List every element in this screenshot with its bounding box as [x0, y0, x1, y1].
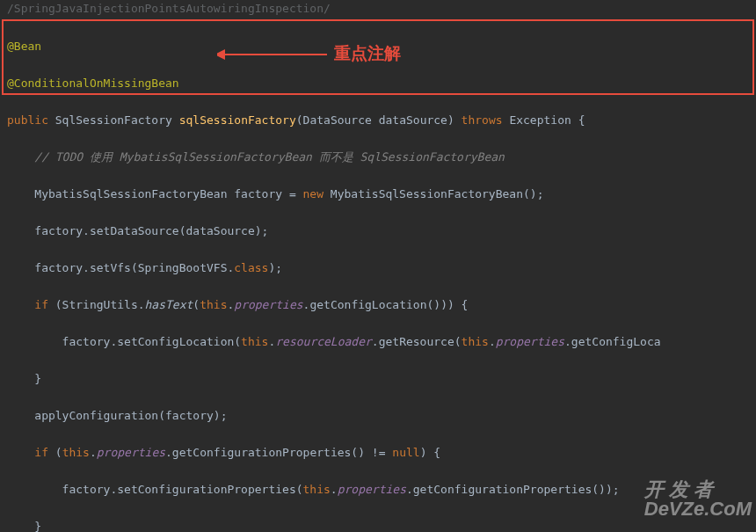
- annotation-bean: @Bean: [7, 40, 41, 53]
- code-editor[interactable]: @Bean @ConditionalOnMissingBean public S…: [0, 17, 756, 532]
- code-line: }: [7, 517, 749, 532]
- code-line: factory.setVfs(SpringBootVFS.class);: [7, 259, 749, 277]
- code-line: factory.setConfigLocation(this.resourceL…: [7, 332, 749, 351]
- code-line: if (StringUtils.hasText(this.properties.…: [7, 295, 749, 314]
- code-line: MybatisSqlSessionFactoryBean factory = n…: [7, 185, 749, 203]
- breadcrumb: /SpringJavaInjectionPointsAutowiringInsp…: [0, 0, 756, 17]
- method-signature: public SqlSessionFactory sqlSessionFacto…: [7, 111, 749, 129]
- code-line: if (this.properties.getConfigurationProp…: [7, 443, 749, 462]
- comment-todo: // TODO 使用 MybatisSqlSessionFactoryBean …: [7, 150, 505, 164]
- code-line: factory.setConfigurationProperties(this.…: [7, 480, 749, 499]
- code-line: factory.setDataSource(dataSource);: [7, 222, 749, 240]
- annotation-conditional: @ConditionalOnMissingBean: [7, 77, 179, 90]
- code-line: applyConfiguration(factory);: [7, 406, 749, 425]
- code-line: }: [7, 369, 749, 388]
